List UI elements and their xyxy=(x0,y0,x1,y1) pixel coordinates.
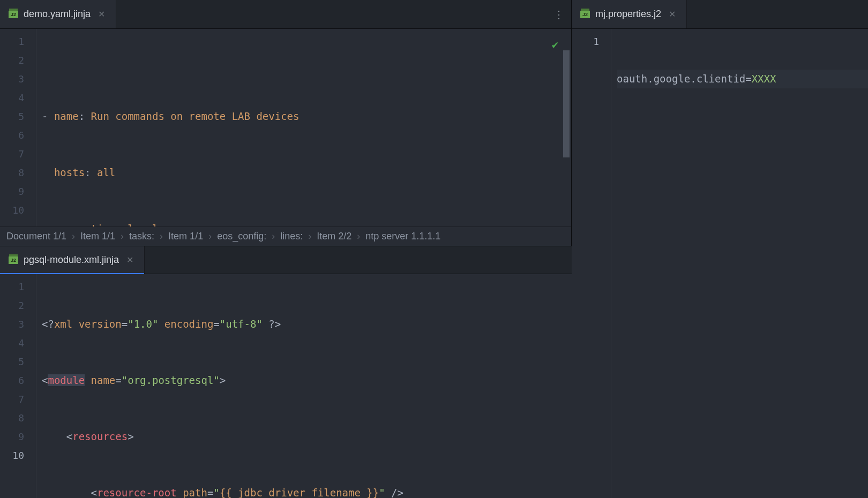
breadcrumb-item[interactable]: ntp server 1.1.1.1 xyxy=(365,231,440,242)
close-icon[interactable]: ✕ xyxy=(124,254,136,266)
chevron-right-icon: › xyxy=(72,231,75,242)
tab-bar: J2 pgsql-module.xml.jinja ✕ xyxy=(0,246,572,274)
jinja-file-icon: J2 xyxy=(580,11,590,18)
code-editor[interactable]: 1 2 3 4 5 6 7 8 9 10 <?xml version="1.0"… xyxy=(0,274,572,498)
tab-title: pgsql-module.xml.jinja xyxy=(24,254,119,266)
tab-pgsql-module[interactable]: J2 pgsql-module.xml.jinja ✕ xyxy=(0,246,145,274)
breadcrumb-item[interactable]: Item 2/2 xyxy=(317,231,351,242)
tab-title: mj.properties.j2 xyxy=(595,9,661,20)
check-icon[interactable]: ✔ xyxy=(552,35,558,54)
chevron-right-icon: › xyxy=(357,231,360,242)
more-icon[interactable]: ⋮ xyxy=(547,0,571,28)
jinja-file-icon: J2 xyxy=(9,256,18,264)
code-editor[interactable]: 1 2 3 4 5 6 7 8 9 10 ✔ - name: Run comma… xyxy=(0,29,571,227)
chevron-right-icon: › xyxy=(308,231,311,242)
code-area[interactable]: <?xml version="1.0" encoding="utf-8" ?> … xyxy=(36,274,572,498)
editor-pane-topright: J2 mj.properties.j2 ✕ 1 oauth.google.cli… xyxy=(572,0,868,498)
breadcrumb-item[interactable]: eos_config: xyxy=(217,231,266,242)
chevron-right-icon: › xyxy=(121,231,124,242)
editor-pane-bottom: J2 pgsql-module.xml.jinja ✕ 1 2 3 4 5 6 … xyxy=(0,246,572,498)
code-editor[interactable]: 1 oauth.google.clientid=XXXX xyxy=(572,29,868,498)
breadcrumb-item[interactable]: tasks: xyxy=(129,231,154,242)
breadcrumb-item[interactable]: lines: xyxy=(280,231,303,242)
jinja-file-icon: J2 xyxy=(9,11,18,18)
chevron-right-icon: › xyxy=(272,231,275,242)
line-gutter: 1 2 3 4 5 6 7 8 9 10 xyxy=(0,29,36,227)
line-gutter: 1 xyxy=(572,29,611,498)
tab-bar: J2 mj.properties.j2 ✕ xyxy=(572,0,868,29)
breadcrumb-item[interactable]: Item 1/1 xyxy=(80,231,115,242)
line-gutter: 1 2 3 4 5 6 7 8 9 10 xyxy=(0,274,36,498)
code-area[interactable]: ✔ - name: Run commands on remote LAB dev… xyxy=(36,29,571,227)
editor-pane-topleft: J2 demo.yaml.jinja ✕ ⋮ 1 2 3 4 5 6 7 8 9… xyxy=(0,0,572,246)
breadcrumb-item[interactable]: Document 1/1 xyxy=(6,231,66,242)
tab-bar: J2 demo.yaml.jinja ✕ ⋮ xyxy=(0,0,571,29)
chevron-right-icon: › xyxy=(208,231,212,242)
close-icon[interactable]: ✕ xyxy=(96,8,107,20)
breadcrumb[interactable]: Document 1/1› Item 1/1› tasks:› Item 1/1… xyxy=(0,227,571,246)
breadcrumb-item[interactable]: Item 1/1 xyxy=(168,231,203,242)
close-icon[interactable]: ✕ xyxy=(667,8,678,20)
scrollbar[interactable] xyxy=(563,50,570,157)
code-area[interactable]: oauth.google.clientid=XXXX xyxy=(611,29,868,498)
chevron-right-icon: › xyxy=(160,231,163,242)
tab-demo-yaml[interactable]: J2 demo.yaml.jinja ✕ xyxy=(0,0,116,28)
tab-mj-properties[interactable]: J2 mj.properties.j2 ✕ xyxy=(572,0,687,28)
tab-title: demo.yaml.jinja xyxy=(24,9,91,20)
